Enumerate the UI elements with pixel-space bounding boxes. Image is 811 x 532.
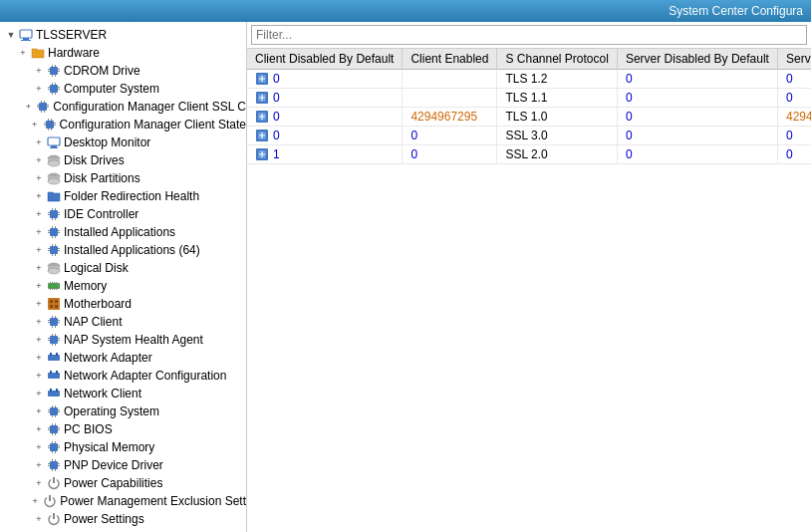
- svg-rect-132: [58, 429, 60, 430]
- tree-item-pnp-device[interactable]: +PNP Device Driver: [0, 456, 246, 474]
- svg-rect-81: [54, 282, 55, 284]
- filter-input[interactable]: [251, 25, 807, 45]
- svg-point-77: [48, 268, 60, 274]
- tree-item-pc-bios[interactable]: +PC BIOS: [0, 420, 246, 438]
- col-header-3[interactable]: Server Disabled By Default: [617, 49, 777, 70]
- tree-item-cm-client-state[interactable]: +Configuration Manager Client State: [0, 116, 246, 133]
- expand-icon-net-adapter-config[interactable]: +: [32, 369, 46, 383]
- col-header-2[interactable]: S Channel Protocol: [497, 49, 617, 70]
- expand-icon-hardware[interactable]: +: [16, 46, 30, 60]
- col-header-1[interactable]: Client Enabled: [403, 49, 497, 70]
- expand-icon-disk-partitions[interactable]: +: [32, 171, 46, 185]
- expand-icon-desktop-monitor[interactable]: +: [32, 135, 46, 149]
- expand-icon-folder-redirection[interactable]: +: [32, 189, 46, 203]
- tree-item-folder-redirection[interactable]: +Folder Redirection Health: [0, 187, 246, 205]
- tree-item-power-settings[interactable]: +Power Settings: [0, 510, 246, 528]
- expand-icon-pc-bios[interactable]: +: [32, 422, 46, 436]
- svg-rect-150: [58, 465, 60, 466]
- tree-item-power-mgmt[interactable]: +Power Management Exclusion Sett: [0, 492, 246, 510]
- tree-item-memory[interactable]: +Memory: [0, 277, 246, 295]
- tree-item-disk-drives[interactable]: +Disk Drives: [0, 151, 246, 169]
- tree-item-power-cap[interactable]: +Power Capabilities: [0, 474, 246, 492]
- expand-icon-pnp-device[interactable]: +: [32, 458, 46, 472]
- cell-server-disabled-4: 0: [617, 145, 777, 164]
- expand-icon-nap-client[interactable]: +: [32, 315, 46, 329]
- tree-item-disk-partitions[interactable]: +Disk Partitions: [0, 169, 246, 187]
- table-row-3[interactable]: 00SSL 3.000: [247, 127, 811, 145]
- expand-icon-computer-system[interactable]: +: [32, 82, 46, 96]
- svg-rect-59: [48, 232, 50, 233]
- expand-icon-logical-disk[interactable]: +: [32, 261, 46, 275]
- tree-item-physical-memory[interactable]: +Physical Memory: [0, 438, 246, 456]
- tree-item-network-adapter[interactable]: +Network Adapter: [0, 349, 246, 367]
- expand-icon-network-adapter[interactable]: +: [32, 351, 46, 365]
- tree-item-computer-system[interactable]: +Computer System: [0, 80, 246, 98]
- expand-icon-installed-apps-64[interactable]: +: [32, 243, 46, 257]
- tree-item-processor[interactable]: +Processor: [0, 528, 246, 532]
- tree-icon-disk-partitions: [46, 170, 62, 186]
- tree-icon-nap-client: [46, 314, 62, 330]
- table-row-2[interactable]: 04294967295TLS 1.004294967295: [247, 108, 811, 127]
- table-row-4[interactable]: 10SSL 2.000: [247, 145, 811, 164]
- expand-icon-operating-system[interactable]: +: [32, 404, 46, 418]
- tree-item-nap-client[interactable]: +NAP Client: [0, 313, 246, 331]
- table-row-0[interactable]: 0TLS 1.200: [247, 70, 811, 89]
- svg-rect-100: [55, 326, 56, 328]
- expand-icon-installed-apps[interactable]: +: [32, 225, 46, 239]
- tree-item-installed-apps-64[interactable]: +Installed Applications (64): [0, 241, 246, 259]
- cell-client-disabled-1: 0: [247, 89, 403, 108]
- svg-rect-143: [55, 441, 56, 443]
- tree-root-item[interactable]: ▼ TLSSERVER: [0, 26, 246, 44]
- expand-icon-network-client[interactable]: +: [32, 387, 46, 400]
- svg-rect-65: [55, 236, 56, 238]
- expand-icon-cdrom[interactable]: +: [32, 64, 46, 78]
- expand-icon-cm-client-ssl[interactable]: +: [21, 100, 35, 114]
- svg-rect-99: [52, 326, 53, 328]
- table-row-1[interactable]: 0TLS 1.100: [247, 89, 811, 108]
- col-header-4[interactable]: Server Enabled: [777, 49, 811, 70]
- root-expand-icon[interactable]: ▼: [4, 28, 18, 42]
- tree-item-net-adapter-config[interactable]: +Network Adapter Configuration: [0, 367, 246, 385]
- svg-rect-5: [48, 71, 50, 72]
- tree-label-cdrom: CDROM Drive: [64, 64, 140, 78]
- tree-item-desktop-monitor[interactable]: +Desktop Monitor: [0, 133, 246, 151]
- expand-icon-nap-health[interactable]: +: [32, 333, 46, 347]
- svg-rect-117: [50, 389, 52, 392]
- tree-item-logical-disk[interactable]: +Logical Disk: [0, 259, 246, 277]
- svg-rect-120: [48, 409, 50, 410]
- tree-item-motherboard[interactable]: +Motherboard: [0, 295, 246, 313]
- expand-icon-motherboard[interactable]: +: [32, 297, 46, 311]
- tree-item-nap-health[interactable]: +NAP System Health Agent: [0, 331, 246, 349]
- cell-client-enabled-4: 0: [403, 145, 497, 164]
- tree-item-cm-client-ssl[interactable]: +Configuration Manager Client SSL C: [0, 98, 246, 116]
- tree-label-pc-bios: PC BIOS: [64, 422, 113, 436]
- expand-icon-physical-memory[interactable]: +: [32, 440, 46, 454]
- expand-icon-memory[interactable]: +: [32, 279, 46, 293]
- svg-rect-98: [55, 316, 56, 318]
- tree-item-installed-apps[interactable]: +Installed Applications: [0, 223, 246, 241]
- svg-rect-112: [56, 353, 58, 356]
- svg-rect-25: [47, 107, 49, 108]
- svg-rect-55: [52, 218, 53, 220]
- tree-item-cdrom[interactable]: +CDROM Drive: [0, 62, 246, 80]
- tree-icon-operating-system: [46, 403, 62, 419]
- tree-icon-disk-drives: [46, 152, 62, 168]
- expand-icon-power-settings[interactable]: +: [32, 512, 46, 526]
- tree-item-network-client[interactable]: +Network Client: [0, 385, 246, 402]
- expand-icon-power-cap[interactable]: +: [32, 476, 46, 490]
- expand-icon-disk-drives[interactable]: +: [32, 153, 46, 167]
- svg-rect-102: [48, 338, 50, 339]
- tree-label-cm-client-state: Configuration Manager Client State: [60, 118, 246, 132]
- expand-icon-cm-client-state[interactable]: +: [28, 118, 42, 132]
- svg-rect-92: [50, 318, 58, 326]
- tree-item-ide-controller[interactable]: +IDE Controller: [0, 205, 246, 223]
- expand-icon-ide-controller[interactable]: +: [32, 207, 46, 221]
- svg-rect-8: [52, 65, 53, 67]
- tree-item-hardware[interactable]: +Hardware: [0, 44, 246, 62]
- tree-icon-hardware: [30, 45, 46, 61]
- tree-label-computer-system: Computer System: [64, 82, 159, 96]
- expand-icon-power-mgmt[interactable]: +: [28, 494, 42, 508]
- tree-item-operating-system[interactable]: +Operating System: [0, 402, 246, 420]
- col-header-0[interactable]: Client Disabled By Default: [247, 49, 403, 70]
- cell-server-disabled-3: 0: [617, 127, 777, 145]
